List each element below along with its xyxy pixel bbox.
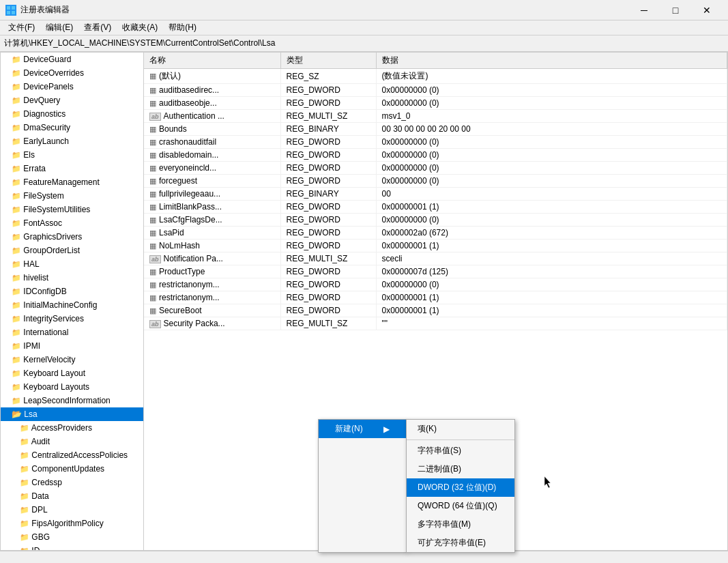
table-row[interactable]: ▦LsaPidREG_DWORD0x000002a0 (672) (144, 227, 727, 240)
submenu-item-expandstring[interactable]: 可扩充字符串值(E) (407, 534, 514, 552)
cell-type: REG_BINARY (280, 188, 376, 201)
cell-type: REG_MULTI_SZ (280, 110, 376, 123)
tree-item-filesystemutilities[interactable]: 📁 FileSystemUtilities (1, 203, 143, 216)
cell-data: 0x00000000 (0) (376, 84, 727, 97)
table-row[interactable]: abSecurity Packa...REG_MULTI_SZ"" (144, 317, 727, 330)
cell-type: REG_DWORD (280, 265, 376, 278)
tree-item-hal[interactable]: 📁 HAL (1, 257, 143, 271)
app-icon (5, 5, 16, 16)
tree-item-leapsecondinformation[interactable]: 📁 LeapSecondInformation (1, 394, 143, 407)
submenu-item-binary[interactable]: 二进制值(B) (407, 460, 514, 478)
tree-item-fontassoc[interactable]: 📁 FontAssoc (1, 216, 143, 230)
maximize-button[interactable]: □ (660, 0, 691, 20)
table-row[interactable]: abAuthentication ...REG_MULTI_SZmsv1_0 (144, 110, 727, 123)
tree-item-keyboardlayouts[interactable]: 📁 Keyboard Layouts (1, 380, 143, 394)
cell-type: REG_MULTI_SZ (280, 252, 376, 265)
tree-item-lsa[interactable]: 📂 Lsa (1, 407, 143, 421)
submenu-item-multistring[interactable]: 多字符串值(M) (407, 515, 514, 534)
tree-item-keyboardlayout[interactable]: 📁 Keyboard Layout (1, 366, 143, 380)
table-row[interactable]: ▦restrictanonym...REG_DWORD0x00000000 (0… (144, 278, 727, 291)
submenu-item-dword32[interactable]: DWORD (32 位值)(D) (407, 478, 514, 497)
tree-item-devicepanels[interactable]: 📁 DevicePanels (1, 80, 143, 93)
tree-item-featuremanagement[interactable]: 📁 FeatureManagement (1, 175, 143, 189)
tree-item-data[interactable]: 📁 Data (1, 489, 143, 503)
cell-type: REG_DWORD (280, 201, 376, 214)
tree-item-ipmi[interactable]: 📁 IPMI (1, 339, 143, 353)
cell-type: REG_DWORD (280, 214, 376, 227)
tree-item-dpl[interactable]: 📁 DPL (1, 503, 143, 517)
table-row[interactable]: ▦auditbaseobje...REG_DWORD0x00000000 (0) (144, 97, 727, 110)
table-row[interactable]: ▦disabledomain...REG_DWORD0x00000000 (0) (144, 149, 727, 162)
tree-item-filesystem[interactable]: 📁 FileSystem (1, 189, 143, 203)
tree-item-id[interactable]: 📁 ID (1, 544, 143, 550)
table-row[interactable]: ▦everyoneincld...REG_DWORD0x00000000 (0) (144, 162, 727, 175)
tree-item-kernelvelocity[interactable]: 📁 KernelVelocity (1, 353, 143, 366)
menu-favorites[interactable]: 收藏夹(A) (117, 20, 163, 35)
table-row[interactable]: ▦auditbasedirec...REG_DWORD0x00000000 (0… (144, 84, 727, 97)
table-row[interactable]: ▦fullprivilegeaau...REG_BINARY00 (144, 188, 727, 201)
tree-item-errata[interactable]: 📁 Errata (1, 162, 143, 175)
svg-rect-3 (12, 11, 15, 14)
minimize-button[interactable]: ─ (628, 0, 660, 20)
menu-bar: 文件(F) 编辑(E) 查看(V) 收藏夹(A) 帮助(H) (0, 20, 728, 35)
table-row[interactable]: abNotification Pa...REG_MULTI_SZscecli (144, 252, 727, 265)
tree-item-earlylaunch[interactable]: 📁 EarlyLaunch (1, 134, 143, 148)
address-text: 计算机\HKEY_LOCAL_MACHINE\SYSTEM\CurrentCon… (4, 38, 275, 49)
submenu-arrow-icon: ▶ (383, 424, 390, 434)
cell-data: 0x00000000 (0) (376, 278, 727, 291)
tree-item-hivelist[interactable]: 📁 hivelist (1, 271, 143, 285)
cell-type: REG_SZ (280, 69, 376, 84)
cell-data: 0x00000000 (0) (376, 136, 727, 149)
menu-view[interactable]: 查看(V) (78, 20, 117, 35)
submenu-item-string[interactable]: 字符串值(S) (407, 442, 514, 460)
tree-item-fipsalgorithmpolicy[interactable]: 📁 FipsAlgorithmPolicy (1, 517, 143, 530)
context-menu-new[interactable]: 新建(N) ▶ (319, 420, 406, 438)
tree-item-centralizedaccesspolicies[interactable]: 📁 CentralizedAccessPolicies (1, 448, 143, 462)
cell-name: ▦disabledomain... (144, 149, 280, 162)
tree-item-els[interactable]: 📁 Els (1, 148, 143, 162)
cell-name: ▦LsaPid (144, 227, 280, 240)
tree-item-deviceoverrides[interactable]: 📁 DeviceOverrides (1, 66, 143, 80)
tree-item-gbg[interactable]: 📁 GBG (1, 530, 143, 544)
tree-item-audit[interactable]: 📁 Audit (1, 435, 143, 448)
cell-type: REG_DWORD (280, 304, 376, 317)
tree-item-diagnostics[interactable]: 📁 Diagnostics (1, 107, 143, 121)
svg-rect-2 (7, 11, 10, 14)
table-row[interactable]: ▦LimitBlankPass...REG_DWORD0x00000001 (1… (144, 201, 727, 214)
menu-help[interactable]: 帮助(H) (163, 20, 202, 35)
table-row[interactable]: ▦BoundsREG_BINARY00 30 00 00 00 20 00 00 (144, 123, 727, 136)
cell-type: REG_DWORD (280, 278, 376, 291)
cell-name: ▦ProductType (144, 265, 280, 278)
cell-data: scecli (376, 252, 727, 265)
close-button[interactable]: ✕ (691, 0, 723, 20)
title-bar: 注册表编辑器 ─ □ ✕ (0, 0, 728, 20)
submenu-item-key[interactable]: 项(K) (407, 420, 514, 438)
table-row[interactable]: ▦forceguestREG_DWORD0x00000000 (0) (144, 175, 727, 188)
tree-item-initialmachineconfig[interactable]: 📁 InitialMachineConfig (1, 298, 143, 312)
cell-name: ▦crashonauditfail (144, 136, 280, 149)
svg-rect-0 (7, 6, 10, 10)
tree-item-accessproviders[interactable]: 📁 AccessProviders (1, 421, 143, 435)
new-submenu: 新建(N) ▶ (318, 419, 407, 553)
table-row[interactable]: ▦crashonauditfailREG_DWORD0x00000000 (0) (144, 136, 727, 149)
tree-panel[interactable]: 📁 DeviceGuard 📁 DeviceOverrides 📁 Device… (1, 53, 144, 550)
table-row[interactable]: ▦NoLmHashREG_DWORD0x00000001 (1) (144, 240, 727, 252)
tree-item-international[interactable]: 📁 International (1, 326, 143, 339)
tree-item-idconfigdb[interactable]: 📁 IDConfigDB (1, 285, 143, 298)
table-row[interactable]: ▦SecureBootREG_DWORD0x00000001 (1) (144, 304, 727, 317)
submenu-item-qword64[interactable]: QWORD (64 位值)(Q) (407, 497, 514, 515)
menu-edit[interactable]: 编辑(E) (40, 20, 78, 35)
tree-item-dmasecurity[interactable]: 📁 DmaSecurity (1, 121, 143, 134)
menu-file[interactable]: 文件(F) (3, 20, 40, 35)
table-row[interactable]: ▦ProductTypeREG_DWORD0x0000007d (125) (144, 265, 727, 278)
tree-item-graphicsdrivers[interactable]: 📁 GraphicsDrivers (1, 230, 143, 244)
tree-item-grouporderlist[interactable]: 📁 GroupOrderList (1, 244, 143, 257)
tree-item-componentupdates[interactable]: 📁 ComponentUpdates (1, 462, 143, 476)
table-row[interactable]: ▦LsaCfgFlagsDe...REG_DWORD0x00000000 (0) (144, 214, 727, 227)
tree-item-integrityservices[interactable]: 📁 IntegrityServices (1, 312, 143, 326)
tree-item-deviceguard[interactable]: 📁 DeviceGuard (1, 53, 143, 66)
table-row[interactable]: ▦restrictanonym...REG_DWORD0x00000001 (1… (144, 291, 727, 304)
tree-item-devquery[interactable]: 📁 DevQuery (1, 93, 143, 107)
table-row[interactable]: ▦(默认)REG_SZ(数值未设置) (144, 69, 727, 84)
tree-item-credssp[interactable]: 📁 Credssp (1, 476, 143, 489)
